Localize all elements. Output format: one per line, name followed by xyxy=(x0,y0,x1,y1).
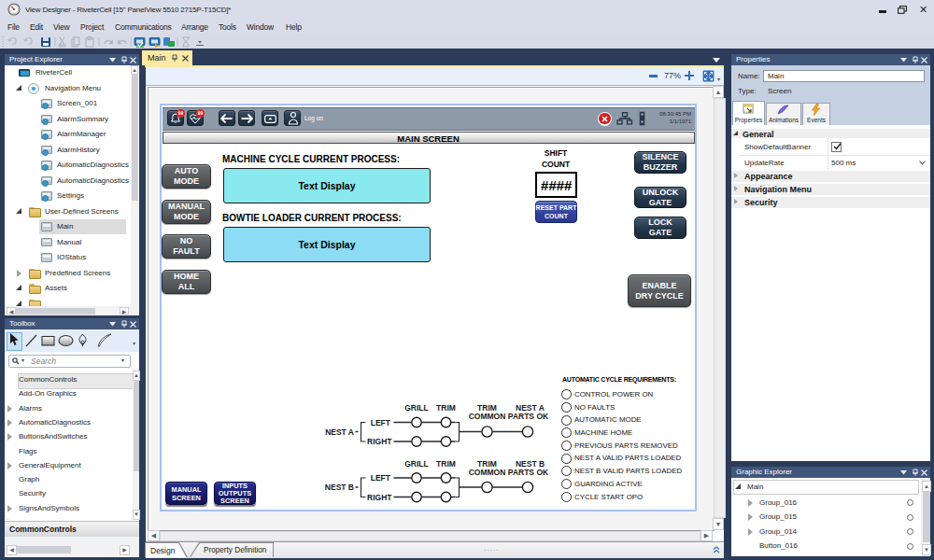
svg-text:TRIM: TRIM xyxy=(436,403,456,413)
svg-text:NEST B: NEST B xyxy=(325,483,354,492)
svg-text:PARTS OK: PARTS OK xyxy=(508,468,549,477)
svg-text:RIGHT: RIGHT xyxy=(367,493,392,502)
svg-text:LEFT: LEFT xyxy=(371,473,391,483)
svg-text:RIGHT: RIGHT xyxy=(367,437,392,446)
svg-text:NEST A: NEST A xyxy=(325,427,354,437)
svg-text:COMMON: COMMON xyxy=(469,468,506,477)
svg-text:GRILL: GRILL xyxy=(404,459,429,469)
svg-text:PARTS OK: PARTS OK xyxy=(508,412,549,421)
svg-text:TRIM: TRIM xyxy=(436,459,456,469)
svg-text:LEFT: LEFT xyxy=(371,418,391,427)
svg-text:COMMON: COMMON xyxy=(469,412,506,421)
svg-text:GRILL: GRILL xyxy=(404,403,429,413)
